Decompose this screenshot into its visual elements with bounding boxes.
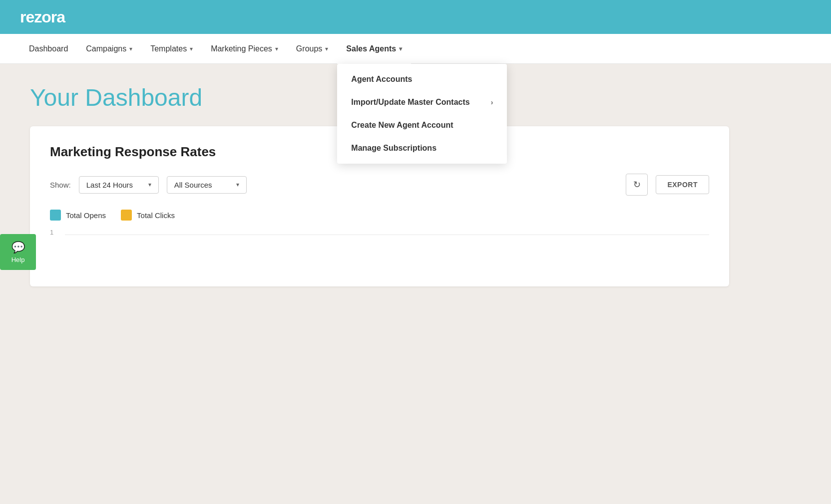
dropdown-item-import-update[interactable]: Import/Update Master Contacts › bbox=[337, 91, 507, 114]
chevron-down-icon: ▾ bbox=[129, 45, 132, 52]
nav-item-templates[interactable]: Templates ▾ bbox=[141, 34, 202, 64]
nav-item-sales-agents[interactable]: Sales Agents ▾ Agent Accounts Import/Upd… bbox=[337, 34, 411, 64]
export-button[interactable]: EXPORT bbox=[656, 175, 709, 194]
brand-logo: rezora bbox=[20, 8, 65, 26]
chat-icon: 💬 bbox=[11, 241, 25, 254]
legend-label-clicks: Total Clicks bbox=[137, 211, 175, 220]
legend-color-clicks bbox=[121, 210, 132, 221]
legend-item-clicks: Total Clicks bbox=[121, 210, 175, 221]
nav-label-campaigns: Campaigns bbox=[86, 44, 126, 53]
nav-label-marketing-pieces: Marketing Pieces bbox=[211, 44, 272, 53]
top-header: rezora bbox=[0, 0, 831, 34]
dropdown-item-create-new-agent[interactable]: Create New Agent Account bbox=[337, 114, 507, 137]
nav-item-marketing-pieces[interactable]: Marketing Pieces ▾ bbox=[202, 34, 287, 64]
time-filter-dropdown[interactable]: Last 24 Hours ▾ bbox=[79, 176, 159, 194]
nav-label-sales-agents: Sales Agents bbox=[346, 44, 396, 53]
nav-item-campaigns[interactable]: Campaigns ▾ bbox=[77, 34, 141, 64]
chart-gridline bbox=[65, 235, 709, 235]
chevron-right-icon: › bbox=[491, 98, 493, 106]
nav-bar: Dashboard Campaigns ▾ Templates ▾ Market… bbox=[0, 34, 831, 64]
chart-y-label: 1 bbox=[50, 229, 53, 236]
legend-row: Total Opens Total Clicks bbox=[50, 210, 709, 221]
legend-color-opens bbox=[50, 210, 61, 221]
legend-item-opens: Total Opens bbox=[50, 210, 106, 221]
dropdown-item-agent-accounts[interactable]: Agent Accounts bbox=[337, 68, 507, 91]
dropdown-label-create-new-agent: Create New Agent Account bbox=[351, 121, 453, 130]
nav-label-dashboard: Dashboard bbox=[29, 44, 68, 53]
sales-agents-dropdown: Agent Accounts Import/Update Master Cont… bbox=[337, 64, 507, 164]
refresh-button[interactable]: ↻ bbox=[626, 174, 648, 196]
nav-label-templates: Templates bbox=[150, 44, 187, 53]
time-filter-value: Last 24 Hours bbox=[86, 181, 133, 189]
source-filter-dropdown[interactable]: All Sources ▾ bbox=[167, 176, 247, 194]
chevron-down-icon: ▾ bbox=[236, 181, 239, 188]
help-button[interactable]: 💬 Help bbox=[0, 234, 36, 270]
show-label: Show: bbox=[50, 181, 71, 189]
legend-label-opens: Total Opens bbox=[66, 211, 106, 220]
filters-row: Show: Last 24 Hours ▾ All Sources ▾ ↻ EX… bbox=[50, 174, 709, 196]
chevron-down-icon: ▾ bbox=[190, 45, 193, 52]
nav-item-dashboard[interactable]: Dashboard bbox=[20, 34, 77, 64]
chevron-down-icon: ▾ bbox=[275, 45, 278, 52]
dropdown-label-import-update: Import/Update Master Contacts bbox=[351, 98, 469, 107]
source-filter-value: All Sources bbox=[174, 181, 212, 189]
chart-area: 1 bbox=[50, 229, 709, 268]
chevron-down-icon: ▾ bbox=[325, 45, 328, 52]
nav-item-groups[interactable]: Groups ▾ bbox=[287, 34, 337, 64]
dropdown-item-manage-subscriptions[interactable]: Manage Subscriptions bbox=[337, 137, 507, 160]
chevron-down-icon: ▾ bbox=[399, 45, 402, 52]
dropdown-label-manage-subscriptions: Manage Subscriptions bbox=[351, 144, 436, 153]
nav-items: Dashboard Campaigns ▾ Templates ▾ Market… bbox=[20, 34, 411, 64]
nav-label-groups: Groups bbox=[296, 44, 322, 53]
refresh-icon: ↻ bbox=[633, 179, 641, 190]
dropdown-label-agent-accounts: Agent Accounts bbox=[351, 75, 412, 84]
help-label: Help bbox=[11, 256, 25, 263]
chevron-down-icon: ▾ bbox=[148, 181, 151, 188]
